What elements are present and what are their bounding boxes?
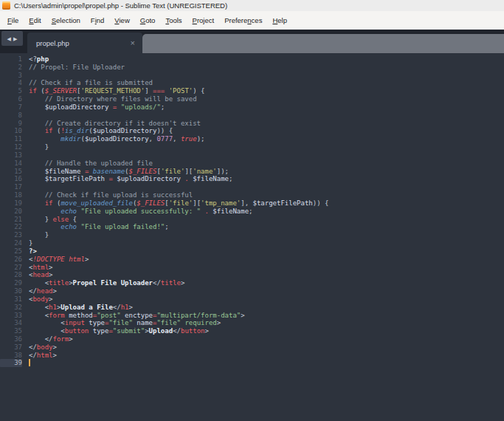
code-line[interactable]: 36 </form> <box>0 335 504 343</box>
menu-item-project[interactable]: Project <box>187 13 220 27</box>
code-line[interactable]: 19 if (move_uploaded_file($_FILES['file'… <box>0 199 504 208</box>
code-line-text: mkdir($uploadDirectory, 0777, true); <box>22 135 204 143</box>
code-line-text <box>22 359 30 367</box>
code-line-text: // Propel: File Uploader <box>22 64 125 72</box>
code-line-text: // Check if a file is submitted <box>22 79 153 87</box>
window-title: C:\Users\admin\propel\propel.php - Subli… <box>14 1 227 10</box>
code-line-text: } else { <box>22 216 77 224</box>
code-line-text: echo "File uploaded successfully: " . $f… <box>22 208 253 216</box>
tab-label: propel.php <box>36 39 69 47</box>
code-line[interactable]: 30</head> <box>0 287 504 295</box>
code-line[interactable]: 37</body> <box>0 343 504 352</box>
code-line[interactable]: 17 <box>0 183 504 191</box>
sublime-text-window: C:\Users\admin\propel\propel.php - Subli… <box>0 0 504 421</box>
menu-item-selection[interactable]: Selection <box>46 13 86 27</box>
code-line[interactable]: 24} <box>0 239 504 247</box>
code-line-text: $fileName = basename($_FILES['file']['na… <box>22 168 229 176</box>
menu-item-preferences[interactable]: Preferences <box>219 13 267 27</box>
code-line[interactable]: 4// Check if a file is submitted <box>0 79 504 87</box>
code-line[interactable]: 28<head> <box>0 271 504 279</box>
window-titlebar[interactable]: C:\Users\admin\propel\propel.php - Subli… <box>0 0 504 11</box>
code-line[interactable]: 20 echo "File uploaded successfully: " .… <box>0 208 504 216</box>
menu-item-goto[interactable]: Goto <box>135 13 161 27</box>
code-line[interactable]: 32 <h1>Upload a File</h1> <box>0 304 504 312</box>
code-line[interactable]: 26<!DOCTYPE html> <box>0 256 504 264</box>
code-line[interactable]: 35 <button type="submit">Upload</button> <box>0 327 504 335</box>
line-number: 39 <box>0 359 22 367</box>
code-line[interactable]: 3 <box>0 72 504 80</box>
code-line-text: </body> <box>22 343 57 352</box>
code-line-text: <body> <box>22 295 53 304</box>
line-number: 32 <box>0 304 22 312</box>
code-rows: 1<?php2// Propel: File Uploader34// Chec… <box>0 55 504 367</box>
code-line-text: } <box>22 239 32 247</box>
code-line[interactable]: 38</html> <box>0 352 504 360</box>
line-number: 13 <box>0 151 22 160</box>
line-number: 34 <box>0 319 22 327</box>
code-line[interactable]: 25?> <box>0 247 504 256</box>
code-line[interactable]: 18 // Check if file upload is successful <box>0 191 504 199</box>
code-line[interactable]: 10 if (!is_dir($uploadDirectory)) { <box>0 127 504 135</box>
code-line-text: <form method="post" enctype="multipart/f… <box>22 312 245 320</box>
tab-nav-back-icon[interactable]: ◀ <box>7 36 11 41</box>
code-line[interactable]: 34 <input type="file" name="file" requir… <box>0 319 504 327</box>
line-number: 5 <box>0 87 22 95</box>
code-line[interactable]: 16 $targetFilePath = $uploadDirectory . … <box>0 175 504 183</box>
code-line[interactable]: 11 mkdir($uploadDirectory, 0777, true); <box>0 135 504 143</box>
code-line[interactable]: 12 } <box>0 143 504 151</box>
code-line-text: <h1>Upload a File</h1> <box>22 304 133 312</box>
code-line[interactable]: 5if ($_SERVER['REQUEST_METHOD'] === 'POS… <box>0 87 504 95</box>
code-line-text: } <box>22 231 49 239</box>
line-number: 38 <box>0 352 22 360</box>
code-line[interactable]: 22 echo "File upload failed!"; <box>0 223 504 231</box>
menu-item-file[interactable]: File <box>2 13 24 27</box>
line-number: 28 <box>0 271 22 279</box>
tab-nav-buttons[interactable]: ◀ ▶ <box>1 31 23 46</box>
code-line[interactable]: 2// Propel: File Uploader <box>0 64 504 72</box>
code-line-text <box>22 151 29 160</box>
code-line[interactable]: 6 // Directory where files will be saved <box>0 95 504 103</box>
menu-item-tools[interactable]: Tools <box>160 13 187 27</box>
code-line-text: <button type="submit">Upload</button> <box>22 327 209 335</box>
line-number: 16 <box>0 175 22 183</box>
line-number: 26 <box>0 256 22 264</box>
code-line[interactable]: 29 <title>Propel File Uploader</title> <box>0 279 504 287</box>
tab-propel-php[interactable]: propel.php × <box>27 32 142 53</box>
line-number: 21 <box>0 216 22 224</box>
code-line[interactable]: 8 <box>0 112 504 120</box>
code-line[interactable]: 13 <box>0 151 504 160</box>
code-line-text <box>22 72 29 80</box>
code-line[interactable]: 33 <form method="post" enctype="multipar… <box>0 312 504 320</box>
menu-item-edit[interactable]: Edit <box>24 13 46 27</box>
code-line-text: <?php <box>22 55 49 64</box>
code-line-text: <title>Propel File Uploader</title> <box>22 279 184 287</box>
code-line[interactable]: 7 $uploadDirectory = "uploads/"; <box>0 103 504 112</box>
menubar: FileEditSelectionFindViewGotoToolsProjec… <box>0 11 504 30</box>
code-line[interactable]: 15 $fileName = basename($_FILES['file'][… <box>0 168 504 176</box>
code-line[interactable]: 21 } else { <box>0 216 504 224</box>
code-line-text: <input type="file" name="file" required> <box>22 319 221 327</box>
code-line-text: ?> <box>22 247 37 256</box>
code-line-text: // Handle the uploaded file <box>22 160 153 168</box>
line-number: 35 <box>0 327 22 335</box>
code-editor[interactable]: 1<?php2// Propel: File Uploader34// Chec… <box>0 53 504 421</box>
code-line[interactable]: 9 // Create directory if it doesn't exis… <box>0 120 504 128</box>
tab-strip-filler <box>142 34 504 53</box>
code-line[interactable]: 23 } <box>0 231 504 239</box>
code-line[interactable]: 1<?php <box>0 55 504 64</box>
code-line-text: // Check if file upload is successful <box>22 191 193 199</box>
menu-item-help[interactable]: Help <box>267 13 292 27</box>
menu-item-view[interactable]: View <box>109 13 134 27</box>
code-line[interactable]: 14 // Handle the uploaded file <box>0 160 504 168</box>
line-number: 3 <box>0 72 22 80</box>
menu-item-find[interactable]: Find <box>86 13 110 27</box>
tab-nav-forward-icon[interactable]: ▶ <box>13 36 17 41</box>
tab-close-icon[interactable]: × <box>131 39 135 47</box>
code-line[interactable]: 31<body> <box>0 295 504 304</box>
line-number: 8 <box>0 112 22 120</box>
sublime-logo-icon <box>2 1 10 10</box>
code-line[interactable]: 39 <box>0 359 504 367</box>
code-line-text: <!DOCTYPE html> <box>22 256 89 264</box>
code-line[interactable]: 27<html> <box>0 264 504 272</box>
tab-bar: ◀ ▶ propel.php × <box>0 30 504 53</box>
